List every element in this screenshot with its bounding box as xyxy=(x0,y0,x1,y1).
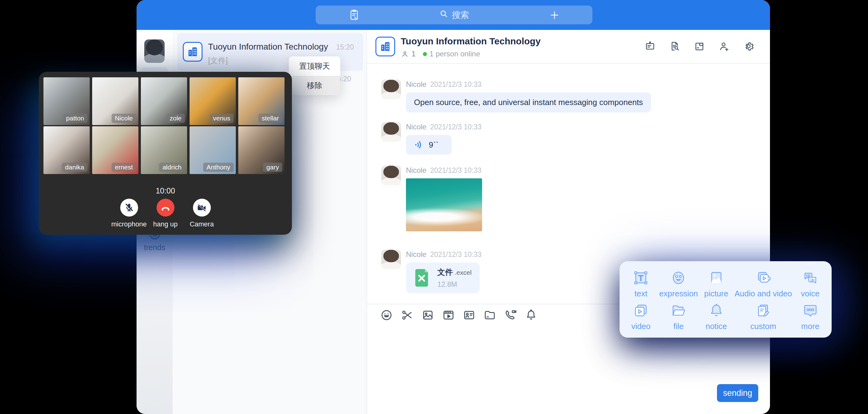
picture-icon xyxy=(708,269,725,286)
image-message-thumbnail[interactable] xyxy=(406,178,482,231)
group-avatar-icon xyxy=(375,37,395,56)
search-placeholder: 搜索 xyxy=(452,9,469,21)
file-name: 文件 xyxy=(437,268,453,276)
group-file-icon[interactable] xyxy=(693,40,705,53)
participant-name: Anthony xyxy=(203,163,234,172)
message-author: Nicole xyxy=(406,250,427,258)
avatar[interactable] xyxy=(381,79,401,99)
add-member-icon[interactable] xyxy=(718,40,730,53)
panel-item-video[interactable]: video xyxy=(623,300,659,333)
panel-label: video xyxy=(631,322,650,331)
audio-video-icon xyxy=(754,269,772,286)
folder-icon[interactable] xyxy=(483,308,497,323)
panel-item-more[interactable]: more xyxy=(792,300,829,333)
trends-label: trends xyxy=(144,243,165,252)
panel-item-file[interactable]: file xyxy=(659,300,698,333)
chat-title: Tuoyun Information Technology xyxy=(401,36,541,46)
camera-button[interactable]: Camera xyxy=(185,199,219,228)
message-image: Nicole2021/12/3 10:33 xyxy=(381,165,482,231)
member-count: 1 xyxy=(411,50,415,58)
add-icon[interactable] xyxy=(549,9,560,21)
screenshot-scissors-icon[interactable] xyxy=(400,308,414,323)
chat-panel: Tuoyun Information Technology 1 1 person… xyxy=(367,30,770,414)
member-icon xyxy=(401,50,409,58)
expression-icon xyxy=(670,269,687,286)
avatar[interactable] xyxy=(381,250,401,269)
panel-item-audio-video[interactable]: Audio and video xyxy=(735,267,792,300)
camera-label: Camera xyxy=(190,220,214,228)
custom-icon xyxy=(754,302,772,319)
panel-item-expression[interactable]: expression xyxy=(659,267,698,300)
message-bubble[interactable]: Open source, free, and universal instant… xyxy=(406,92,651,113)
panel-label: picture xyxy=(704,289,728,298)
participant-name: zole xyxy=(166,114,185,123)
panel-item-picture[interactable]: picture xyxy=(698,267,735,300)
menu-item-pin-chat[interactable]: 置顶聊天 xyxy=(289,56,340,76)
message-text: Nicole2021/12/3 10:33 Open source, free,… xyxy=(381,79,651,113)
video-tile[interactable]: zole xyxy=(141,77,187,125)
excel-file-icon xyxy=(412,268,431,287)
video-tile[interactable]: Anthony xyxy=(190,126,236,174)
file-message-bubble[interactable]: 文件.excel 12.8M xyxy=(406,262,479,293)
panel-label: voice xyxy=(801,289,819,298)
video-tile[interactable]: aldrich xyxy=(141,126,187,174)
hang-up-icon xyxy=(160,202,171,213)
avatar[interactable] xyxy=(381,122,401,142)
file-ext: .excel xyxy=(455,269,472,276)
file-folder-icon xyxy=(670,302,687,319)
video-tile[interactable]: ernest xyxy=(92,126,138,174)
voice-duration: 9`` xyxy=(429,140,439,150)
panel-item-voice[interactable]: voice xyxy=(792,267,829,300)
menu-item-remove[interactable]: 移除 xyxy=(289,76,340,95)
emoji-icon[interactable] xyxy=(380,308,393,323)
message-file: Nicole2021/12/3 10:33 文件.excel 12.8M xyxy=(381,250,482,293)
send-button[interactable]: sending xyxy=(717,384,758,402)
panel-label: notice xyxy=(706,322,727,331)
panel-item-text[interactable]: text xyxy=(623,267,659,300)
conversation-context-menu: 置顶聊天 移除 xyxy=(289,56,340,95)
participant-name: Nicole xyxy=(112,114,136,123)
chat-meta: 1 1 person online xyxy=(401,50,480,58)
contact-card-icon[interactable] xyxy=(462,308,476,323)
participant-grid: patton Nicole zole venus stellar danika … xyxy=(43,77,284,174)
call-controls: microphone hang up Camera xyxy=(39,199,292,228)
online-dot xyxy=(423,52,427,56)
video-tile[interactable]: danika xyxy=(43,126,90,174)
panel-label: file xyxy=(674,322,684,331)
message-voice: Nicole2021/12/3 10:33 9`` xyxy=(381,122,482,155)
avatar[interactable] xyxy=(381,165,401,185)
image-icon[interactable] xyxy=(421,308,435,323)
video-clip-icon[interactable] xyxy=(442,308,455,323)
settings-gear-icon[interactable] xyxy=(743,40,754,53)
call-duration: 10:00 xyxy=(39,186,292,195)
chat-history-search-icon[interactable] xyxy=(669,40,681,53)
group-notice-icon[interactable] xyxy=(644,40,656,53)
panel-label: custom xyxy=(750,322,776,331)
video-tile[interactable]: gary xyxy=(238,126,284,174)
participant-name: gary xyxy=(263,163,282,172)
panel-item-notice[interactable]: notice xyxy=(698,300,735,333)
group-avatar-icon xyxy=(183,42,203,62)
video-tile[interactable]: stellar xyxy=(238,77,284,125)
contact-notes-icon[interactable] xyxy=(348,9,361,22)
app-header-bar: 搜索 xyxy=(136,0,770,30)
search-bar[interactable]: 搜索 xyxy=(316,5,592,24)
online-status: 1 person online xyxy=(429,50,480,58)
video-tile[interactable]: patton xyxy=(43,77,90,125)
chat-header: Tuoyun Information Technology 1 1 person… xyxy=(367,30,770,64)
video-tile[interactable]: Nicole xyxy=(92,77,138,125)
microphone-button[interactable]: microphone xyxy=(113,199,146,228)
notification-bell-icon[interactable] xyxy=(524,308,538,323)
panel-label: text xyxy=(634,289,647,298)
conversation-preview: [文件] xyxy=(208,56,228,66)
hang-up-button[interactable]: hang up xyxy=(149,199,182,228)
panel-item-custom[interactable]: custom xyxy=(735,300,792,333)
video-icon xyxy=(632,302,649,319)
video-tile[interactable]: venus xyxy=(190,77,236,125)
message-author: Nicole xyxy=(406,166,427,174)
user-avatar[interactable] xyxy=(144,39,164,63)
voice-message-bubble[interactable]: 9`` xyxy=(406,135,452,155)
more-icon xyxy=(802,302,819,319)
message-time: 2021/12/3 10:33 xyxy=(430,250,482,258)
video-call-icon[interactable] xyxy=(504,308,517,323)
